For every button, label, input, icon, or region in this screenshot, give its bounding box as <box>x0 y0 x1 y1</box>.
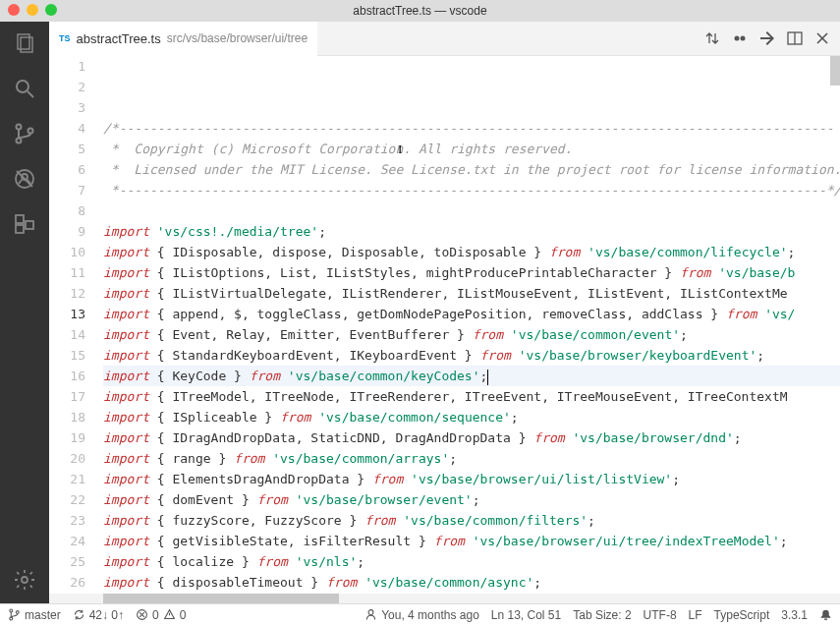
tab-filename: abstractTree.ts <box>77 31 161 46</box>
status-problems[interactable]: 0 0 <box>136 608 186 622</box>
caret <box>487 369 488 385</box>
status-feedback[interactable] <box>819 608 832 621</box>
line-number: 19 <box>49 427 85 448</box>
line-number: 9 <box>49 221 85 242</box>
line-number: 24 <box>49 531 85 551</box>
sync-icon <box>73 608 85 621</box>
text-cursor-icon: I <box>398 139 402 159</box>
status-sync-label: 42↓ 0↑ <box>89 608 124 622</box>
code-line[interactable]: import { fuzzyScore, FuzzyScore } from '… <box>103 510 840 531</box>
line-number: 15 <box>49 345 85 366</box>
explorer-icon[interactable] <box>11 29 38 57</box>
line-number: 26 <box>49 572 85 593</box>
line-number: 22 <box>49 489 85 510</box>
code-editor[interactable]: 1234567891011121314151617181920212223242… <box>49 56 840 594</box>
code-line[interactable]: * Licensed under the MIT License. See Li… <box>103 159 840 180</box>
svg-point-24 <box>16 611 19 614</box>
minimize-window-icon[interactable] <box>27 4 38 16</box>
code-line[interactable]: import { ISpliceable } from 'vs/base/com… <box>103 407 840 427</box>
window-title: abstractTree.ts — vscode <box>353 4 486 18</box>
split-editor-icon[interactable] <box>787 30 803 46</box>
maximize-window-icon[interactable] <box>45 4 57 16</box>
status-language[interactable]: TypeScript <box>714 608 770 622</box>
error-icon <box>136 608 148 621</box>
svg-point-6 <box>28 129 33 134</box>
status-indent[interactable]: Tab Size: 2 <box>573 608 631 622</box>
code-line[interactable]: import { IListOptions, List, IListStyles… <box>103 262 840 283</box>
code-line[interactable]: import { localize } from 'vs/nls'; <box>103 551 840 572</box>
code-line[interactable]: * Copyright (c) Microsoft Corporation. A… <box>103 139 840 159</box>
code-line[interactable]: import { IDragAndDropData, StaticDND, Dr… <box>103 427 840 448</box>
compare-icon[interactable] <box>704 30 720 46</box>
code-line[interactable] <box>103 200 840 221</box>
line-number: 3 <box>49 97 85 118</box>
code-line[interactable]: *---------------------------------------… <box>103 180 840 200</box>
activity-bar <box>0 22 49 603</box>
svg-point-5 <box>17 139 22 143</box>
svg-point-4 <box>17 125 22 130</box>
line-number: 18 <box>49 407 85 427</box>
status-branch[interactable]: master <box>8 608 61 622</box>
code-line[interactable]: /*--------------------------------------… <box>103 118 840 139</box>
svg-point-17 <box>741 36 746 41</box>
status-selection[interactable]: Ln 13, Col 51 <box>491 608 561 622</box>
line-number: 13 <box>49 304 85 324</box>
status-eol[interactable]: LF <box>689 608 702 622</box>
code-line[interactable]: import { IListVirtualDelegate, IListRend… <box>103 283 840 304</box>
tab-bar: TS abstractTree.ts src/vs/base/browser/u… <box>49 22 840 56</box>
line-number: 5 <box>49 139 85 159</box>
code-line[interactable]: import { append, $, toggleClass, getDomN… <box>103 304 840 324</box>
line-number: 17 <box>49 386 85 407</box>
code-line[interactable]: import { ElementsDragAndDropData } from … <box>103 469 840 489</box>
status-blame[interactable]: You, 4 months ago <box>364 608 479 622</box>
close-icon[interactable] <box>814 30 830 46</box>
source-control-icon[interactable] <box>11 120 38 147</box>
horizontal-scrollbar[interactable] <box>49 594 840 603</box>
line-number: 21 <box>49 469 85 489</box>
svg-point-29 <box>368 610 373 615</box>
svg-rect-13 <box>16 225 24 233</box>
status-sync[interactable]: 42↓ 0↑ <box>73 608 124 622</box>
code-line[interactable]: import { disposableTimeout } from 'vs/ba… <box>103 572 840 593</box>
open-changes-icon[interactable] <box>759 30 775 46</box>
search-icon[interactable] <box>11 75 38 102</box>
code-line[interactable]: import { isMacintosh } from 'vs/base/com… <box>103 593 840 594</box>
svg-point-22 <box>10 609 13 612</box>
line-number: 1 <box>49 56 85 77</box>
close-window-icon[interactable] <box>8 4 20 16</box>
code-content[interactable]: I /*------------------------------------… <box>103 56 840 594</box>
line-number: 14 <box>49 324 85 345</box>
bell-icon <box>819 608 832 621</box>
status-tsversion[interactable]: 3.3.1 <box>781 608 808 622</box>
line-number: 10 <box>49 242 85 262</box>
settings-icon[interactable] <box>11 566 38 594</box>
scrollbar-thumb[interactable] <box>103 594 339 603</box>
line-number: 16 <box>49 366 85 386</box>
code-line[interactable]: import { KeyCode } from 'vs/base/common/… <box>103 366 840 386</box>
code-line[interactable]: import { getVisibleState, isFilterResult… <box>103 531 840 551</box>
status-errors-count: 0 <box>152 608 159 622</box>
code-line[interactable]: import { Event, Relay, Emitter, EventBuf… <box>103 324 840 345</box>
editor-actions <box>704 30 840 46</box>
svg-point-23 <box>10 617 13 620</box>
svg-point-15 <box>22 577 28 583</box>
code-line[interactable]: import { range } from 'vs/base/common/ar… <box>103 448 840 469</box>
line-number: 11 <box>49 262 85 283</box>
code-line[interactable]: import { domEvent } from 'vs/base/browse… <box>103 489 840 510</box>
code-line[interactable]: import { StandardKeyboardEvent, IKeyboar… <box>103 345 840 366</box>
status-blame-label: You, 4 months ago <box>381 608 479 622</box>
code-line[interactable]: import { IDisposable, dispose, Disposabl… <box>103 242 840 262</box>
tab-abstracttree[interactable]: TS abstractTree.ts src/vs/base/browser/u… <box>49 22 317 56</box>
titlebar: abstractTree.ts — vscode <box>0 0 840 22</box>
code-line[interactable]: import { ITreeModel, ITreeNode, ITreeRen… <box>103 386 840 407</box>
debug-icon[interactable] <box>11 165 38 193</box>
line-number: 12 <box>49 283 85 304</box>
line-number: 25 <box>49 551 85 572</box>
preview-icon[interactable] <box>732 30 748 46</box>
svg-point-2 <box>17 81 28 92</box>
window-controls <box>8 4 57 16</box>
status-encoding[interactable]: UTF-8 <box>644 608 677 622</box>
extensions-icon[interactable] <box>11 210 38 238</box>
svg-rect-14 <box>26 221 33 229</box>
code-line[interactable]: import 'vs/css!./media/tree'; <box>103 221 840 242</box>
